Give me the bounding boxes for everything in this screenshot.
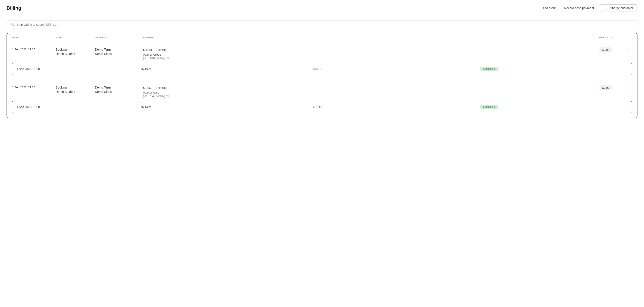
row-main-1: 1 Sep 2023, 21:30 Booking Demo Student D… [12, 47, 632, 61]
row2-balance: £0.00 [599, 85, 612, 90]
table-row: 1 Sep 2023, 21:20 Booking Demo Student D… [7, 80, 637, 118]
header: Billing Add credit Record cash payment C… [0, 0, 644, 16]
row2-student-link[interactable]: Demo Student [56, 90, 75, 93]
page-title: Billing [6, 5, 21, 11]
row-main-2: 1 Sep 2023, 21:20 Booking Demo Student D… [12, 85, 632, 99]
row2-balance-cell: £0.00 [588, 85, 623, 91]
sub1-date: 1 Sep 2023, 21:20 [16, 67, 60, 71]
sub1-status-badge: Successful [480, 67, 498, 71]
row1-amount-line: £20.81 Refresh [143, 48, 588, 52]
row1-details: Demo Term Demo Class [95, 47, 143, 56]
row2-fee-note: (inc. £1.42 booking fee) [143, 95, 588, 98]
row2-date: 1 Sep 2023, 21:20 [12, 85, 56, 90]
sub2-actions: ⋮ [619, 104, 628, 110]
row1-class-link[interactable]: Demo Class [95, 52, 112, 56]
row2-class-link[interactable]: Demo Class [95, 90, 112, 93]
sub2-amount: £31.42 [232, 105, 404, 109]
search-bar: 🔍 [6, 20, 638, 29]
sub-row-2: 1 Sep 2023, 21:20 By Card £31.42 Success… [12, 101, 632, 113]
row1-fee-note: (inc. £0.81 booking fee) [143, 57, 588, 60]
sub1-amount: £20.81 [232, 67, 404, 71]
sub-row-1: 1 Sep 2023, 21:20 By Card £20.81 Success… [12, 63, 632, 75]
col-type: TYPE [56, 36, 95, 39]
sub2-type: By Card [60, 105, 232, 109]
row1-refresh-button[interactable]: Refresh [154, 48, 168, 52]
col-amount: AMOUNT [143, 36, 588, 39]
col-date: DATE [12, 36, 56, 39]
sub2-menu-button[interactable]: ⋮ [621, 104, 628, 110]
row1-student-link[interactable]: Demo Student [56, 52, 75, 56]
header-actions: Add credit Record cash payment Charge cu… [540, 4, 638, 12]
row1-paid-by: Paid by Credit [143, 53, 588, 56]
row1-type: Booking Demo Student [56, 47, 95, 56]
table-header: DATE TYPE DETAILS AMOUNT BALANCE [7, 33, 637, 42]
search-icon: 🔍 [10, 23, 14, 26]
sub1-menu-button[interactable]: ⋮ [621, 66, 628, 72]
row2-paid-by: Paid by Card [143, 91, 588, 94]
row1-actions: ⋮ [623, 47, 632, 54]
billing-table: DATE TYPE DETAILS AMOUNT BALANCE 1 Sep 2… [6, 33, 638, 118]
row2-type: Booking Demo Student [56, 85, 95, 94]
table-row: 1 Sep 2023, 21:30 Booking Demo Student D… [7, 42, 637, 80]
row1-amount: £20.81 Refresh Paid by Credit (inc. £0.8… [143, 47, 588, 61]
sub2-date: 1 Sep 2023, 21:20 [16, 105, 60, 109]
row1-balance-cell: £0.00 [588, 47, 623, 53]
row1-menu-button[interactable]: ⋮ [624, 48, 631, 53]
row1-balance: £0.00 [599, 47, 612, 52]
charge-customer-button[interactable]: Charge customer [600, 4, 638, 12]
add-credit-button[interactable]: Add credit [540, 5, 558, 11]
row2-menu-button[interactable]: ⋮ [624, 86, 631, 91]
card-icon [604, 7, 608, 10]
row2-details: Demo Term Demo Class [95, 85, 143, 94]
search-input[interactable] [16, 23, 634, 26]
sub1-status: Successful [404, 67, 575, 71]
record-cash-button[interactable]: Record cash payment [562, 5, 596, 11]
sub1-actions: ⋮ [619, 66, 628, 72]
row2-amount: £31.42 Refresh Paid by Card (inc. £1.42 … [143, 85, 588, 99]
col-details: DETAILS [95, 36, 143, 39]
page: Billing Add credit Record cash payment C… [0, 0, 644, 307]
sub2-status: Successful [404, 105, 575, 109]
row2-amount-line: £31.42 Refresh [143, 86, 588, 90]
col-actions [623, 36, 632, 39]
sub2-status-badge: Successful [480, 105, 498, 109]
row2-refresh-button[interactable]: Refresh [154, 86, 168, 90]
row2-actions: ⋮ [623, 85, 632, 92]
col-balance: BALANCE [588, 36, 623, 39]
sub1-type: By Card [60, 67, 232, 71]
row1-date: 1 Sep 2023, 21:30 [12, 47, 56, 52]
